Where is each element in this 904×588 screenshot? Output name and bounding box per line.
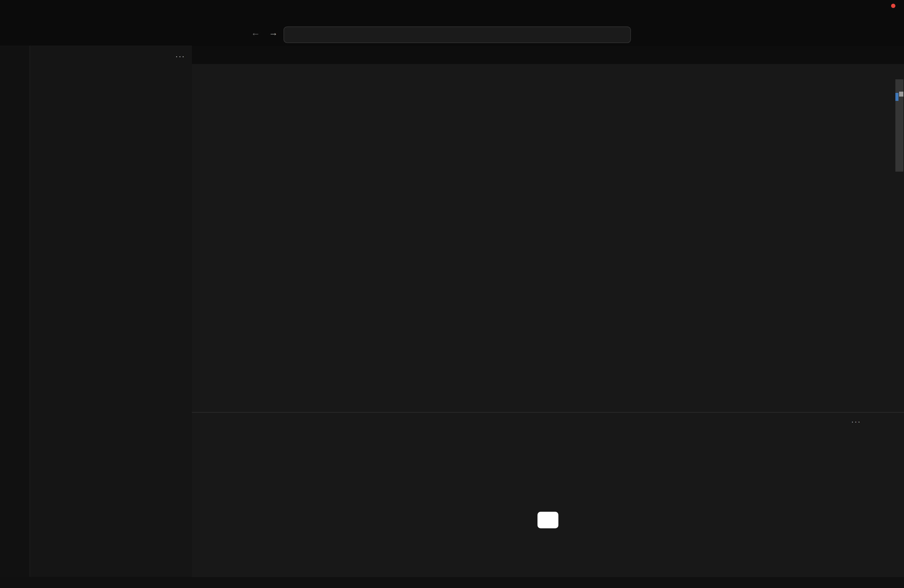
compare-empty-state (192, 430, 904, 577)
panel-controls: ··· (851, 413, 895, 430)
nav-back-icon[interactable]: ← (251, 27, 260, 38)
explorer-more-icon[interactable]: ··· (175, 51, 185, 60)
nav-forward-icon[interactable]: → (269, 27, 278, 38)
scrollbar-cursor-marker (899, 92, 903, 96)
vscode-window: ← → ··· ··· (0, 0, 904, 588)
search-icon (452, 31, 459, 38)
bottom-panel: ··· (192, 412, 904, 577)
status-bar (0, 577, 904, 588)
maximize-panel-icon[interactable] (869, 417, 878, 426)
compare-button[interactable] (537, 512, 558, 528)
file-tree (30, 66, 192, 538)
editor-tabs-row (192, 46, 904, 64)
titlebar: ← → (0, 0, 904, 46)
code-editor[interactable] (192, 89, 897, 412)
activity-bar (0, 46, 30, 577)
scrollbar-modified-marker (895, 93, 898, 101)
explorer-sidebar: ··· (30, 46, 192, 577)
command-center-search[interactable] (283, 27, 631, 43)
explorer-header: ··· (30, 46, 192, 66)
close-panel-icon[interactable] (887, 417, 895, 426)
panel-more-icon[interactable]: ··· (851, 417, 861, 426)
compare-illustration-icon (534, 455, 562, 484)
recording-dot (891, 4, 895, 8)
